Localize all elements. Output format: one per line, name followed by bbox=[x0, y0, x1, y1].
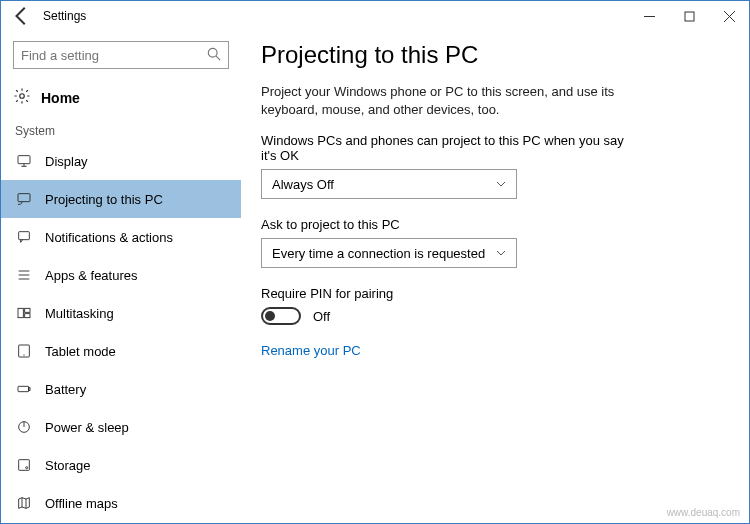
nav-storage[interactable]: Storage bbox=[1, 446, 241, 484]
nav-maps[interactable]: Offline maps bbox=[1, 484, 241, 522]
svg-rect-10 bbox=[18, 194, 30, 202]
dropdown-value: Always Off bbox=[272, 177, 334, 192]
nav-apps[interactable]: Apps & features bbox=[1, 256, 241, 294]
notification-icon bbox=[15, 228, 33, 246]
nav-label: Multitasking bbox=[45, 306, 114, 321]
search-icon bbox=[207, 47, 221, 64]
svg-rect-11 bbox=[19, 232, 30, 240]
page-description: Project your Windows phone or PC to this… bbox=[261, 83, 641, 119]
svg-rect-16 bbox=[25, 308, 30, 312]
toggle-state: Off bbox=[313, 309, 330, 324]
titlebar: Settings bbox=[1, 1, 749, 31]
svg-rect-7 bbox=[18, 156, 30, 164]
sidebar: Home System Display Projecting to this P… bbox=[1, 31, 241, 523]
nav-projecting[interactable]: Projecting to this PC bbox=[1, 180, 241, 218]
svg-rect-17 bbox=[25, 314, 30, 318]
svg-point-6 bbox=[20, 94, 25, 99]
svg-rect-20 bbox=[18, 386, 29, 391]
nav-multitasking[interactable]: Multitasking bbox=[1, 294, 241, 332]
gear-icon bbox=[13, 87, 31, 108]
svg-rect-15 bbox=[18, 308, 23, 317]
home-link[interactable]: Home bbox=[13, 83, 229, 118]
nav-power[interactable]: Power & sleep bbox=[1, 408, 241, 446]
svg-rect-1 bbox=[685, 12, 694, 21]
monitor-icon bbox=[15, 152, 33, 170]
nav-label: Apps & features bbox=[45, 268, 138, 283]
nav-label: Tablet mode bbox=[45, 344, 116, 359]
svg-rect-24 bbox=[19, 460, 30, 471]
svg-point-4 bbox=[208, 48, 217, 57]
home-label: Home bbox=[41, 90, 80, 106]
watermark: www.deuaq.com bbox=[667, 507, 740, 518]
maximize-button[interactable] bbox=[669, 2, 709, 30]
multitasking-icon bbox=[15, 304, 33, 322]
search-input[interactable] bbox=[21, 48, 207, 63]
nav-display[interactable]: Display bbox=[1, 142, 241, 180]
chevron-down-icon bbox=[496, 177, 506, 192]
map-icon bbox=[15, 494, 33, 512]
nav-list: Display Projecting to this PC Notificati… bbox=[1, 142, 241, 524]
setting-ask-dropdown[interactable]: Every time a connection is requested bbox=[261, 238, 517, 268]
nav-label: Display bbox=[45, 154, 88, 169]
nav-label: Offline maps bbox=[45, 496, 118, 511]
setting-project-dropdown[interactable]: Always Off bbox=[261, 169, 517, 199]
apps-icon bbox=[15, 266, 33, 284]
main-panel: Projecting to this PC Project your Windo… bbox=[241, 31, 749, 523]
search-box[interactable] bbox=[13, 41, 229, 69]
setting-ask-label: Ask to project to this PC bbox=[261, 217, 641, 232]
chevron-down-icon bbox=[496, 246, 506, 261]
back-button[interactable] bbox=[11, 5, 33, 27]
nav-notifications[interactable]: Notifications & actions bbox=[1, 218, 241, 256]
nav-label: Power & sleep bbox=[45, 420, 129, 435]
nav-label: Battery bbox=[45, 382, 86, 397]
nav-label: Projecting to this PC bbox=[45, 192, 163, 207]
setting-pin-label: Require PIN for pairing bbox=[261, 286, 641, 301]
dropdown-value: Every time a connection is requested bbox=[272, 246, 485, 261]
power-icon bbox=[15, 418, 33, 436]
svg-point-25 bbox=[26, 467, 28, 469]
pin-toggle[interactable] bbox=[261, 307, 301, 325]
nav-tablet[interactable]: Tablet mode bbox=[1, 332, 241, 370]
minimize-button[interactable] bbox=[629, 2, 669, 30]
svg-line-5 bbox=[216, 56, 220, 60]
window-title: Settings bbox=[43, 9, 86, 23]
rename-pc-link[interactable]: Rename your PC bbox=[261, 343, 719, 358]
nav-label: Storage bbox=[45, 458, 91, 473]
setting-project-label: Windows PCs and phones can project to th… bbox=[261, 133, 641, 163]
storage-icon bbox=[15, 456, 33, 474]
page-title: Projecting to this PC bbox=[261, 41, 719, 69]
close-button[interactable] bbox=[709, 2, 749, 30]
battery-icon bbox=[15, 380, 33, 398]
projecting-icon bbox=[15, 190, 33, 208]
nav-label: Notifications & actions bbox=[45, 230, 173, 245]
section-label: System bbox=[15, 124, 229, 138]
tablet-icon bbox=[15, 342, 33, 360]
svg-rect-21 bbox=[29, 388, 30, 391]
nav-battery[interactable]: Battery bbox=[1, 370, 241, 408]
